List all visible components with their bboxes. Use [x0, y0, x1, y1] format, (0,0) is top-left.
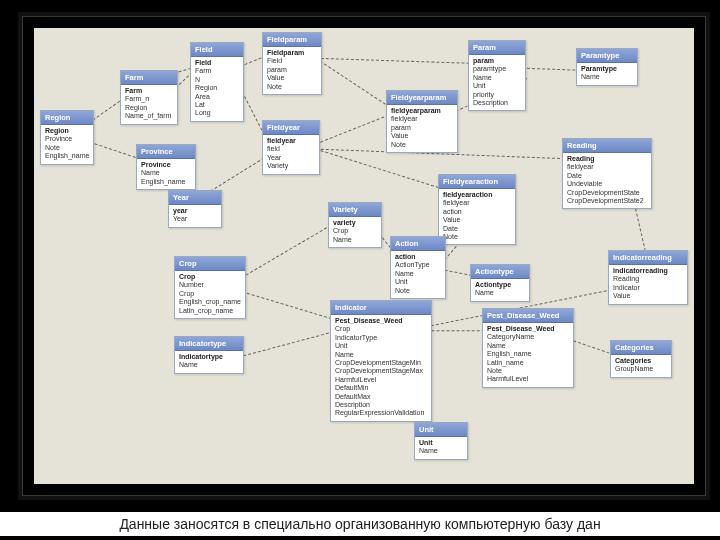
table-field[interactable]: Field Field Farm N Region Area Lat Long [190, 42, 244, 122]
slide-caption: Данные заносятся в специально организова… [0, 512, 720, 536]
table-crop[interactable]: Crop Crop Number Crop English_crop_name … [174, 256, 246, 319]
svg-line-20 [243, 331, 338, 356]
table-fieldyear[interactable]: Fieldyear fieldyear field Year Variety [262, 120, 320, 175]
svg-line-12 [237, 225, 332, 280]
table-header: Region [41, 111, 93, 125]
svg-line-8 [316, 114, 392, 144]
er-diagram-canvas: Region Region Province Note English_name… [34, 28, 694, 484]
table-farm[interactable]: Farm Farm Farm_n Region Name_of_farm [120, 70, 178, 125]
table-action[interactable]: Action action ActionType Name Unit Note [390, 236, 446, 299]
table-unit[interactable]: Unit Unit Name [414, 422, 468, 460]
table-year[interactable]: Year year Year [168, 190, 222, 228]
table-paramtype[interactable]: Paramtype Paramtype Name [576, 48, 638, 86]
table-province[interactable]: Province Province Name English_name [136, 144, 196, 190]
table-fieldyearparam[interactable]: Fieldyearparam fieldyearparam fieldyear … [386, 90, 458, 153]
table-indicator[interactable]: Indicator Pest_Disease_Weed Crop Indicat… [330, 300, 432, 422]
table-fieldparam[interactable]: Fieldparam Fieldparam Field param Value … [262, 32, 322, 95]
table-indicatortype[interactable]: Indicatortype Indicatortype Name [174, 336, 244, 374]
table-categories[interactable]: Categories Categories GroupName [610, 340, 672, 378]
table-body: Region Province Note English_name [41, 125, 93, 164]
table-reading[interactable]: Reading Reading fieldyear Date Undeviabl… [562, 138, 652, 209]
svg-line-7 [316, 58, 471, 63]
svg-line-19 [237, 290, 338, 320]
table-pest-disease-weed[interactable]: Pest_Disease_Weed Pest_Disease_Weed Cate… [482, 308, 574, 388]
table-param[interactable]: Param param paramtype Name Unit priority… [468, 40, 526, 111]
svg-line-6 [316, 58, 392, 108]
table-region[interactable]: Region Region Province Note English_name [40, 110, 94, 165]
table-variety[interactable]: Variety variety Crop Name [328, 202, 382, 248]
table-actiontype[interactable]: Actiontype Actiontype Name [470, 264, 530, 302]
table-indicatorreading[interactable]: Indicatorreading indicatorreading Readin… [608, 250, 688, 305]
svg-line-16 [527, 68, 583, 70]
svg-line-9 [316, 149, 445, 189]
table-fieldyearaction[interactable]: Fieldyearaction fieldyearaction fieldyea… [438, 174, 516, 245]
